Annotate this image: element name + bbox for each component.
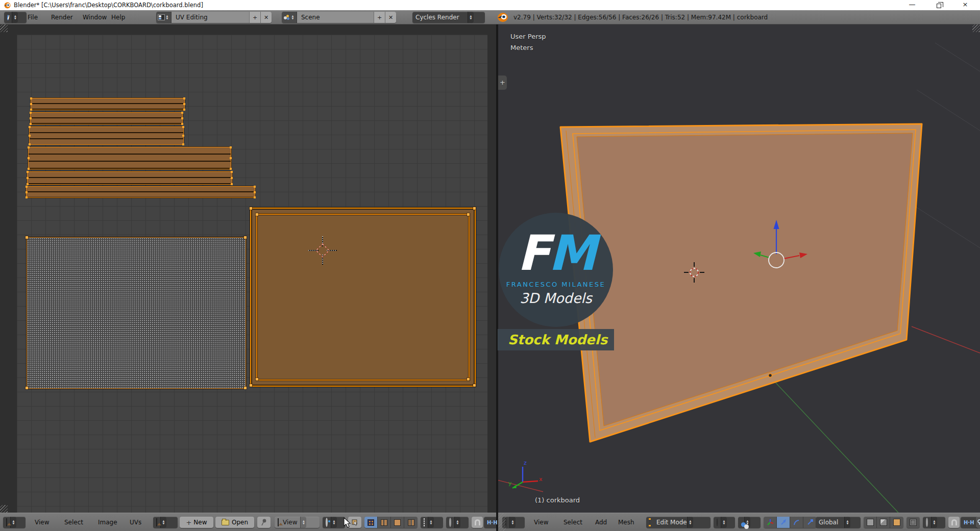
window-titlebar[interactable]: Blender* [C:\Users\franc\Desktop\CORKBOA…	[0, 0, 980, 10]
uv-island-strip[interactable]	[30, 112, 183, 124]
uv-island-front-face[interactable]	[250, 208, 476, 387]
uv-island-strip[interactable]	[28, 147, 231, 169]
occlude-geometry-icon	[910, 519, 917, 526]
rotate-arc-icon	[793, 519, 800, 526]
transform-orientation-dropdown[interactable]: Global	[816, 517, 861, 528]
edge-select-icon	[381, 519, 387, 526]
uv-proportional-edit-dropdown[interactable]	[446, 517, 469, 528]
area-corner-grip[interactable]	[0, 505, 8, 513]
uv-vertex-dot	[27, 171, 29, 173]
close-layout-button[interactable]: ✕	[260, 12, 272, 23]
image-datablock-browse[interactable]	[153, 517, 178, 528]
v3d-menu-select[interactable]: Select	[560, 513, 585, 531]
uv-view-label: View	[282, 519, 300, 526]
vertex-mode-button[interactable]	[864, 517, 877, 528]
area-corner-grip[interactable]	[972, 24, 980, 32]
unit-overlay: Meters	[510, 44, 533, 52]
uv-island-back-face[interactable]	[27, 237, 246, 389]
uv-vertex-dot	[182, 135, 184, 137]
new-image-button[interactable]: + New	[180, 517, 213, 528]
v3d-menu-add[interactable]: Add	[592, 513, 610, 531]
restore-icon	[937, 4, 941, 8]
add-scene-button[interactable]: +	[374, 12, 385, 23]
pivot-point-dropdown[interactable]	[738, 517, 761, 528]
uv-vertex-dot	[254, 196, 256, 198]
viewport-shading-dropdown[interactable]	[714, 517, 735, 528]
v3d-proportional-edit-dropdown[interactable]	[923, 517, 945, 528]
proportional-edit-icon	[449, 518, 451, 527]
updown-arrows-icon	[721, 517, 727, 528]
render-engine-dropdown[interactable]: Cycles Render	[412, 12, 485, 23]
toolshelf-expand-tab[interactable]: +	[498, 75, 507, 90]
uv-island-strip[interactable]	[31, 98, 185, 110]
menu-render[interactable]: Render	[48, 10, 76, 24]
uv-vertex-dot	[250, 207, 252, 210]
editor-type-info-dropdown[interactable]: i	[4, 12, 27, 23]
add-layout-button[interactable]: +	[249, 12, 260, 23]
edge-cube-icon	[880, 519, 887, 526]
uv-select-vertex-button[interactable]	[364, 517, 378, 528]
uv-island-strip[interactable]	[26, 186, 255, 198]
menu-help[interactable]: Help	[108, 10, 128, 24]
v3d-menu-view[interactable]: View	[531, 513, 551, 531]
uv-island-strip[interactable]	[27, 171, 232, 185]
face-mode-button[interactable]	[890, 517, 903, 528]
uv-menu-image[interactable]: Image	[95, 513, 120, 531]
uv-display-view-dropdown[interactable]: View	[275, 517, 320, 528]
uv-snap-toggle[interactable]	[472, 517, 483, 528]
snap-peel-button-clipped[interactable]	[976, 517, 980, 528]
uv-vertex-dot	[29, 135, 31, 137]
manipulator-rotate-button[interactable]	[790, 517, 803, 528]
minimize-button[interactable]: —	[900, 0, 924, 10]
area-corner-grip[interactable]	[498, 513, 506, 531]
uv-vertex-dot	[27, 177, 29, 179]
uv-snap-target-dropdown[interactable]: H·H	[484, 517, 496, 528]
uv-vertex-dot	[26, 196, 28, 198]
scene-name[interactable]: Scene	[297, 12, 374, 23]
uv-menu-view[interactable]: View	[32, 513, 52, 531]
uv-vertex-dot	[30, 117, 32, 119]
area-corner-grip[interactable]	[0, 24, 8, 32]
menu-window[interactable]: Window	[80, 10, 110, 24]
scene-selector[interactable]: Scene + ✕	[282, 12, 396, 23]
uv-editor-viewport[interactable]	[0, 24, 496, 513]
manipulator-scale-button[interactable]	[803, 517, 817, 528]
uv-pivot-dropdown[interactable]	[323, 517, 345, 528]
new-image-label: New	[193, 519, 207, 526]
vertex-cube-icon	[867, 519, 874, 526]
screen-layout-name[interactable]: UV Editing	[172, 12, 249, 23]
manipulator-translate-button[interactable]	[777, 517, 790, 528]
limit-selection-visible-button[interactable]	[906, 517, 920, 528]
updown-arrows-icon	[290, 12, 296, 23]
translate-arrow-icon	[780, 519, 787, 526]
uv-select-island-button[interactable]	[404, 517, 418, 528]
mouse-cursor	[343, 517, 352, 528]
restore-button[interactable]	[927, 0, 950, 10]
menu-file[interactable]: File	[24, 10, 41, 24]
pin-image-button[interactable]	[257, 517, 271, 528]
updown-arrows-icon	[165, 12, 170, 23]
stock-models-label: Stock Models	[498, 332, 607, 347]
uv-vertex-dot	[230, 157, 232, 159]
uv-vertex-dot	[30, 123, 32, 125]
uv-select-face-button[interactable]	[391, 517, 404, 528]
uv-select-edge-button[interactable]	[378, 517, 391, 528]
editor-type-image-dropdown[interactable]	[3, 517, 26, 528]
open-image-button[interactable]: Open	[215, 517, 254, 528]
close-button[interactable]: ×	[953, 0, 977, 10]
uv-menu-uvs[interactable]: UVs	[127, 513, 144, 531]
pivot-center-icon	[326, 518, 328, 527]
manipulator-axes-button[interactable]	[764, 517, 777, 528]
uv-sticky-select-dropdown[interactable]	[421, 517, 443, 528]
uv-vertex-dot	[467, 213, 470, 216]
edge-mode-button[interactable]	[877, 517, 890, 528]
close-scene-button[interactable]: ✕	[385, 12, 396, 23]
uv-vertex-dot	[29, 126, 31, 128]
mode-dropdown[interactable]: Edit Mode	[646, 517, 710, 528]
screen-layout-selector[interactable]: UV Editing + ✕	[156, 12, 272, 23]
uv-menu-select[interactable]: Select	[61, 513, 86, 531]
v3d-menu-mesh[interactable]: Mesh	[615, 513, 638, 531]
uv-vertex-dot	[231, 171, 233, 173]
v3d-snap-toggle[interactable]	[948, 517, 960, 528]
uv-island-strip[interactable]	[29, 127, 184, 145]
